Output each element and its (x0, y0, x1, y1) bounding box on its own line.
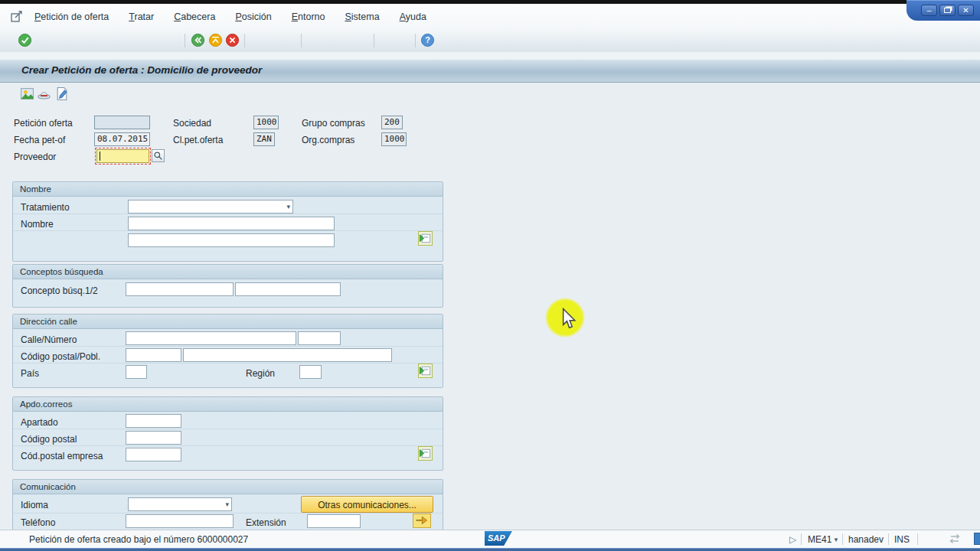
menu-entorno[interactable]: Entorno (289, 10, 328, 24)
menu-sistema[interactable]: Sistema (342, 10, 381, 24)
nombre2-input[interactable] (128, 233, 335, 247)
poblacion-input[interactable] (183, 348, 392, 362)
status-expand-icon[interactable]: ▷ (789, 534, 796, 545)
row-divider (13, 445, 443, 446)
window-controls: – ✕ (906, 0, 980, 21)
page-title: Crear Petición de oferta : Domicilio de … (21, 64, 262, 76)
status-separator (888, 533, 889, 545)
calle-input[interactable] (126, 331, 296, 345)
concepto-busq-label: Concepto búsq.1/2 (21, 285, 98, 296)
extension-label: Extensión (246, 517, 286, 528)
toolbar-separator (374, 34, 374, 47)
fecha-pet-of-field[interactable]: 08.07.2015 (94, 132, 150, 146)
chevron-down-icon: ▾ (225, 500, 229, 508)
group-apdo-title: Apdo.correos (13, 397, 443, 412)
restore-button[interactable] (939, 5, 956, 16)
idioma-label: Idioma (21, 500, 48, 510)
tratamiento-dropdown[interactable]: ▾ (128, 200, 293, 214)
grupo-compras-label: Grupo compras (302, 118, 365, 129)
screen-title-bar: Crear Petición de oferta : Domicilio de … (0, 60, 980, 83)
preview-picture-icon[interactable] (20, 86, 34, 101)
restore-icon (944, 8, 951, 13)
status-separator (801, 533, 802, 545)
menu-cabecera[interactable]: Cabecera (172, 10, 217, 24)
back-icon[interactable] (191, 33, 205, 47)
toolbar-separator (301, 34, 302, 47)
row-divider (13, 214, 443, 214)
calle-numero-label: Calle/Número (21, 334, 77, 345)
transaction-caret-icon[interactable]: ▼ (833, 536, 839, 543)
toolbar-gap (0, 52, 980, 60)
menu-posicion[interactable]: Posición (233, 10, 273, 24)
system-name: hanadev (848, 534, 884, 545)
more-fields-icon[interactable] (418, 364, 433, 378)
telefono-input[interactable] (126, 514, 234, 528)
menu-bar: Petición de oferta Tratar Cabecera Posic… (0, 4, 980, 29)
fecha-pet-of-label: Fecha pet-of (14, 135, 65, 145)
standard-toolbar: ▾ « (0, 29, 980, 53)
svg-text:?: ? (425, 35, 430, 44)
address-overview-icon[interactable] (413, 514, 431, 528)
enter-button[interactable] (18, 33, 32, 47)
peticion-oferta-label: Petición oferta (14, 118, 73, 129)
pais-input[interactable] (126, 365, 147, 379)
group-conceptos-busqueda: Conceptos búsqueda Concepto búsq.1/2 (12, 264, 443, 308)
concepto-busq1-input[interactable] (126, 282, 234, 296)
peticion-oferta-field[interactable] (94, 116, 150, 129)
telefono-label: Teléfono (21, 517, 55, 528)
group-direccion-title: Dirección calle (13, 315, 443, 329)
proveedor-field[interactable] (96, 149, 149, 163)
close-button[interactable]: ✕ (958, 5, 974, 16)
tratamiento-label: Tratamiento (21, 202, 70, 213)
toolbar-separator (244, 34, 245, 47)
transaction-code[interactable]: ME41 (808, 534, 831, 545)
menu-ayuda[interactable]: Ayuda (397, 10, 429, 24)
more-fields-icon[interactable] (418, 231, 433, 246)
apartado-label: Apartado (21, 417, 58, 428)
sap-gui-window: Petición de oferta Tratar Cabecera Posic… (0, 0, 980, 551)
cod-postal-empresa-label: Cód.postal empresa (21, 451, 103, 461)
proveedor-label: Proveedor (14, 152, 56, 162)
codigo-postal-input[interactable] (126, 348, 181, 362)
org-compras-field[interactable]: 1000 (381, 132, 407, 146)
data-transfer-icon (948, 533, 962, 548)
codigo-postal-apdo-input[interactable] (126, 431, 181, 445)
extension-input[interactable] (307, 514, 361, 528)
row-divider (13, 429, 443, 429)
cod-postal-empresa-input[interactable] (126, 448, 181, 461)
taskbar-edge (0, 548, 980, 551)
international-versions-hat-icon[interactable] (37, 86, 51, 101)
group-apdo-correos: Apdo.correos Apartado Código postal Cód.… (12, 396, 443, 471)
apartado-input[interactable] (126, 414, 181, 428)
sociedad-field[interactable]: 1000 (253, 116, 279, 129)
region-input[interactable] (299, 365, 322, 379)
mouse-cursor-icon (561, 308, 577, 332)
edit-document-icon[interactable] (54, 86, 69, 101)
otras-comunicaciones-button[interactable]: Otras comunicaciones... (301, 496, 433, 513)
minimize-button[interactable]: – (921, 5, 937, 16)
gui-session-icon[interactable] (9, 9, 24, 24)
menu-tratar[interactable]: Tratar (126, 10, 156, 24)
more-fields-icon[interactable] (418, 446, 433, 461)
concepto-busq2-input[interactable] (235, 282, 341, 296)
group-conceptos-title: Conceptos búsqueda (13, 265, 443, 279)
menu-peticion-de-oferta[interactable]: Petición de oferta (32, 10, 111, 24)
proveedor-search-help-button[interactable] (152, 149, 165, 162)
menu-items: Petición de oferta Tratar Cabecera Posic… (32, 4, 429, 29)
group-comunicacion: Comunicación Idioma ▾ Otras comunicacion… (12, 479, 443, 530)
pais-label: País (21, 368, 39, 379)
cl-pet-oferta-field[interactable]: ZAN (253, 132, 275, 146)
nombre-input[interactable] (128, 217, 335, 230)
insert-mode: INS (894, 534, 910, 545)
help-icon[interactable]: ? (420, 33, 435, 47)
codigo-postal-apdo-label: Código postal (21, 434, 77, 445)
exit-icon[interactable] (208, 33, 223, 47)
cancel-icon[interactable] (225, 33, 240, 47)
group-nombre-title: Nombre (13, 182, 443, 197)
row-divider (13, 230, 443, 231)
status-message: Petición de oferta creado bajo el número… (29, 534, 248, 545)
row-divider (13, 346, 443, 347)
grupo-compras-field[interactable]: 200 (381, 116, 403, 129)
idioma-dropdown[interactable]: ▾ (128, 497, 232, 511)
numero-input[interactable] (298, 331, 341, 345)
